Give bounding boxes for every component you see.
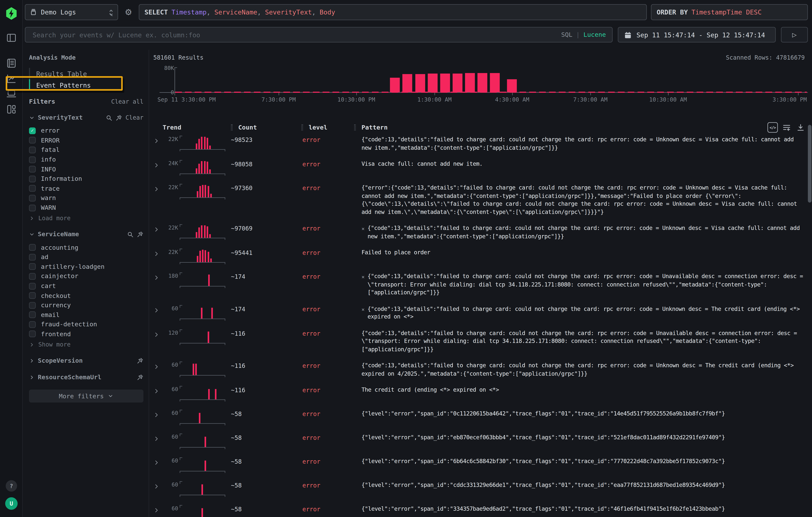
pattern-row[interactable]: 60~116errorThe credit card (ending <*> e… [153, 383, 812, 407]
filter-option[interactable]: info [29, 155, 143, 165]
line-wrap-icon[interactable] [782, 122, 792, 133]
pattern-text[interactable]: ×{"code":13,"details":"failed to charge … [354, 224, 806, 240]
filter-option[interactable]: Information [29, 174, 143, 184]
language-sql[interactable]: SQL [561, 31, 573, 38]
histogram-bar[interactable] [390, 78, 400, 92]
pattern-row[interactable]: 22K~97069error×{"code":13,"details":"fai… [153, 221, 812, 246]
pin-icon[interactable] [116, 114, 122, 121]
checkbox-unchecked[interactable] [29, 292, 36, 299]
results-histogram[interactable]: 80K 0 Sep 11 3:30:00 PM7:30:00 PM10:30:0… [153, 64, 812, 114]
filter-option[interactable]: warn [29, 193, 143, 203]
search-icon[interactable] [127, 231, 134, 237]
column-drag-handle[interactable] [354, 124, 356, 131]
run-query-button[interactable] [781, 27, 808, 42]
pattern-text[interactable]: Failed to place order [354, 249, 806, 257]
checkbox-unchecked[interactable] [29, 283, 36, 289]
pattern-text[interactable]: The credit card (ending <*> expired on <… [354, 386, 806, 394]
pattern-text[interactable]: {"level":"error","span_id":"eb870ecef063… [354, 434, 806, 441]
pattern-row[interactable]: 60~58error{"level":"error","span_id":"6b… [153, 454, 812, 478]
pattern-row[interactable]: 120~116error{"code":13,"details":"failed… [153, 326, 812, 358]
filter-option[interactable]: accounting [29, 243, 143, 252]
column-drag-handle[interactable] [231, 124, 233, 131]
checkbox-unchecked[interactable] [29, 312, 36, 318]
pattern-row[interactable]: 60~58error{"level":"error","span_id":"eb… [153, 431, 812, 454]
exclude-x-icon[interactable]: × [361, 224, 365, 240]
exclude-x-icon[interactable]: × [361, 272, 365, 296]
chevron-right-icon[interactable] [29, 358, 35, 364]
panel-toggle-icon[interactable] [6, 32, 17, 44]
pin-icon[interactable] [137, 357, 143, 364]
filter-group-name[interactable]: ServiceName [38, 231, 79, 238]
search-icon[interactable] [106, 114, 113, 121]
row-expand-chevron-icon[interactable] [153, 457, 163, 466]
checkbox-unchecked[interactable] [29, 254, 36, 260]
histogram-bar[interactable] [490, 73, 500, 92]
filter-option[interactable]: cart [29, 281, 143, 291]
user-avatar[interactable]: U [5, 497, 18, 510]
hyperdx-logo-icon[interactable] [5, 7, 18, 20]
column-header-pattern[interactable]: Pattern [354, 124, 767, 131]
pin-icon[interactable] [137, 231, 143, 237]
filter-option[interactable]: checkout [29, 291, 143, 300]
date-range-picker[interactable]: Sep 11 15:47:14 - Sep 12 15:47:14 [618, 27, 776, 42]
pattern-row[interactable]: 22K~98523error{"code":13,"details":"fail… [153, 133, 812, 157]
row-expand-chevron-icon[interactable] [153, 505, 163, 513]
checkbox-unchecked[interactable] [29, 185, 36, 192]
checkbox-checked[interactable]: ✓ [29, 127, 36, 134]
checkbox-unchecked[interactable] [29, 195, 36, 201]
checkbox-unchecked[interactable] [29, 321, 36, 328]
filter-option[interactable]: cainjector [29, 271, 143, 281]
row-expand-chevron-icon[interactable] [153, 136, 163, 144]
filter-group-name[interactable]: ResourceSchemaUrl [38, 374, 102, 381]
filter-group-name[interactable]: SeverityText [38, 114, 83, 121]
checkbox-unchecked[interactable] [29, 166, 36, 173]
row-expand-chevron-icon[interactable] [153, 184, 163, 192]
filter-option[interactable]: ✓error [29, 126, 143, 136]
chart-explorer-icon[interactable] [6, 73, 17, 84]
filter-more-button[interactable]: Show more [29, 341, 143, 348]
order-by-input[interactable]: ORDER BY TimestampTime DESC [651, 4, 808, 20]
row-expand-chevron-icon[interactable] [153, 362, 163, 370]
column-header-trend[interactable]: Trend [163, 124, 231, 131]
pattern-row[interactable]: 60~58error{"level":"error","span_id":"0c… [153, 407, 812, 431]
pin-icon[interactable] [137, 374, 143, 381]
language-lucene[interactable]: Lucene [583, 31, 606, 38]
row-expand-chevron-icon[interactable] [153, 272, 163, 281]
pattern-text[interactable]: Visa cache full: cannot add new item. [354, 160, 806, 168]
clear-all-filters-button[interactable]: Clear all [111, 98, 143, 105]
histogram-bar[interactable] [402, 74, 412, 92]
column-drag-handle[interactable] [301, 124, 303, 131]
column-header-level[interactable]: level [301, 124, 354, 131]
checkbox-unchecked[interactable] [29, 137, 36, 144]
exclude-x-icon[interactable]: × [361, 305, 365, 321]
column-header-count[interactable]: Count [231, 124, 301, 131]
select-columns-input[interactable]: SELECT Timestamp, ServiceName, SeverityT… [139, 4, 647, 20]
source-select[interactable]: Demo Logs [25, 4, 118, 20]
filter-option[interactable]: trace [29, 184, 143, 193]
filter-option[interactable]: ERROR [29, 136, 143, 145]
histogram-bar[interactable] [453, 74, 463, 92]
help-button[interactable]: ? [6, 480, 17, 492]
row-expand-chevron-icon[interactable] [153, 386, 163, 394]
histogram-bar[interactable] [415, 74, 425, 92]
row-expand-chevron-icon[interactable] [153, 410, 163, 418]
search-logs-icon[interactable] [6, 58, 17, 69]
histogram-bar[interactable] [507, 79, 517, 92]
filter-option[interactable]: fatal [29, 145, 143, 155]
filter-option[interactable]: artillery-loadgen [29, 262, 143, 271]
more-filters-button[interactable]: More filters [29, 390, 143, 403]
pattern-text[interactable]: {"level":"error","span_id":"6b64c6c58842… [354, 457, 806, 465]
filter-clear-button[interactable]: Clear [125, 114, 143, 121]
pattern-text[interactable]: {"code":13,"details":"failed to charge c… [354, 362, 806, 378]
filter-option[interactable]: frontend [29, 329, 143, 339]
filter-group-name[interactable]: ScopeVersion [38, 357, 83, 364]
pattern-text[interactable]: {"level":"error","span_id":"0c11220615ba… [354, 410, 806, 418]
checkbox-unchecked[interactable] [29, 263, 36, 270]
code-view-icon[interactable] [767, 122, 778, 133]
chevron-down-icon[interactable] [29, 115, 35, 120]
sidebar-item-event-patterns[interactable]: Event Patterns [29, 79, 143, 91]
filter-more-button[interactable]: Load more [29, 215, 143, 222]
search-input[interactable] [32, 30, 556, 39]
pattern-row[interactable]: 60~58error{"level":"error","span_id":"33… [153, 502, 812, 517]
checkbox-unchecked[interactable] [29, 156, 36, 163]
